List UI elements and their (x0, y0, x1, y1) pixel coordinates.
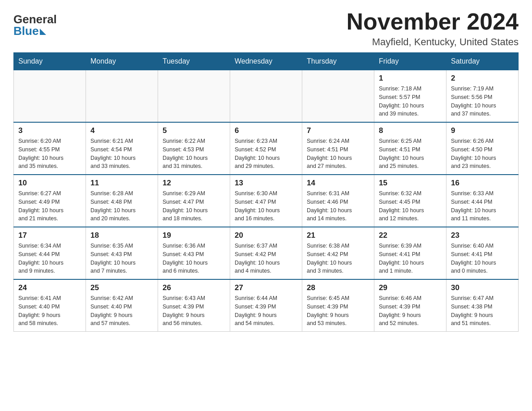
calendar-cell: 15Sunrise: 6:32 AM Sunset: 4:45 PM Dayli… (374, 175, 446, 227)
day-info: Sunrise: 6:40 AM Sunset: 4:41 PM Dayligh… (451, 242, 514, 275)
calendar-cell: 27Sunrise: 6:44 AM Sunset: 4:39 PM Dayli… (230, 279, 302, 332)
title-section: November 2024 Mayfield, Kentucky, United… (347, 9, 519, 48)
calendar-day-header: Sunday (14, 53, 86, 70)
day-number: 5 (163, 126, 225, 135)
calendar-day-header: Monday (86, 53, 158, 70)
day-number: 20 (235, 231, 297, 240)
day-number: 29 (379, 283, 442, 292)
day-info: Sunrise: 6:29 AM Sunset: 4:47 PM Dayligh… (163, 189, 225, 223)
calendar-cell: 22Sunrise: 6:39 AM Sunset: 4:41 PM Dayli… (374, 227, 446, 279)
calendar-cell: 12Sunrise: 6:29 AM Sunset: 4:47 PM Dayli… (158, 175, 230, 227)
day-info: Sunrise: 6:25 AM Sunset: 4:51 PM Dayligh… (379, 137, 442, 171)
day-info: Sunrise: 6:33 AM Sunset: 4:44 PM Dayligh… (451, 189, 514, 223)
day-number: 6 (235, 126, 297, 135)
day-number: 8 (379, 126, 442, 135)
day-number: 4 (90, 126, 153, 135)
day-number: 21 (307, 231, 369, 240)
day-info: Sunrise: 6:26 AM Sunset: 4:50 PM Dayligh… (451, 137, 514, 171)
logo: General Blue (13, 9, 57, 37)
calendar-day-header: Friday (374, 53, 446, 70)
calendar-cell: 30Sunrise: 6:47 AM Sunset: 4:38 PM Dayli… (446, 279, 519, 332)
day-number: 12 (163, 179, 225, 188)
day-number: 16 (451, 179, 514, 188)
calendar-week-row: 24Sunrise: 6:41 AM Sunset: 4:40 PM Dayli… (14, 279, 519, 332)
day-info: Sunrise: 7:18 AM Sunset: 5:57 PM Dayligh… (379, 85, 442, 118)
calendar-cell: 2Sunrise: 7:19 AM Sunset: 5:56 PM Daylig… (446, 70, 519, 123)
calendar-cell: 24Sunrise: 6:41 AM Sunset: 4:40 PM Dayli… (14, 279, 86, 332)
calendar-day-header: Wednesday (230, 53, 302, 70)
day-info: Sunrise: 6:35 AM Sunset: 4:43 PM Dayligh… (90, 242, 153, 275)
day-info: Sunrise: 6:36 AM Sunset: 4:43 PM Dayligh… (163, 242, 225, 275)
calendar-cell: 21Sunrise: 6:38 AM Sunset: 4:42 PM Dayli… (302, 227, 374, 279)
day-info: Sunrise: 7:19 AM Sunset: 5:56 PM Dayligh… (451, 85, 514, 118)
day-info: Sunrise: 6:38 AM Sunset: 4:42 PM Dayligh… (307, 242, 369, 275)
day-number: 2 (451, 74, 514, 83)
calendar-cell: 18Sunrise: 6:35 AM Sunset: 4:43 PM Dayli… (86, 227, 158, 279)
day-info: Sunrise: 6:41 AM Sunset: 4:40 PM Dayligh… (18, 294, 81, 328)
day-number: 30 (451, 283, 514, 292)
day-info: Sunrise: 6:20 AM Sunset: 4:55 PM Dayligh… (18, 137, 81, 171)
calendar-week-row: 10Sunrise: 6:27 AM Sunset: 4:49 PM Dayli… (14, 175, 519, 227)
calendar-cell: 4Sunrise: 6:21 AM Sunset: 4:54 PM Daylig… (86, 122, 158, 175)
calendar-header-row: SundayMondayTuesdayWednesdayThursdayFrid… (14, 53, 519, 70)
logo-blue-text: Blue (13, 25, 39, 37)
calendar-cell: 11Sunrise: 6:28 AM Sunset: 4:48 PM Dayli… (86, 175, 158, 227)
day-number: 22 (379, 231, 442, 240)
day-info: Sunrise: 6:43 AM Sunset: 4:39 PM Dayligh… (163, 294, 225, 328)
day-info: Sunrise: 6:30 AM Sunset: 4:47 PM Dayligh… (235, 189, 297, 223)
logo-general-text: General (13, 13, 57, 25)
day-info: Sunrise: 6:39 AM Sunset: 4:41 PM Dayligh… (379, 242, 442, 275)
calendar-cell (302, 70, 374, 123)
day-info: Sunrise: 6:21 AM Sunset: 4:54 PM Dayligh… (90, 137, 153, 171)
page-header: General Blue November 2024 Mayfield, Ken… (13, 9, 519, 48)
day-info: Sunrise: 6:28 AM Sunset: 4:48 PM Dayligh… (90, 189, 153, 223)
day-info: Sunrise: 6:22 AM Sunset: 4:53 PM Dayligh… (163, 137, 225, 171)
calendar-week-row: 17Sunrise: 6:34 AM Sunset: 4:44 PM Dayli… (14, 227, 519, 279)
calendar-cell: 9Sunrise: 6:26 AM Sunset: 4:50 PM Daylig… (446, 122, 519, 175)
day-info: Sunrise: 6:31 AM Sunset: 4:46 PM Dayligh… (307, 189, 369, 223)
day-number: 26 (163, 283, 225, 292)
day-number: 23 (451, 231, 514, 240)
logo-triangle-icon (40, 29, 46, 35)
calendar-cell: 8Sunrise: 6:25 AM Sunset: 4:51 PM Daylig… (374, 122, 446, 175)
day-info: Sunrise: 6:37 AM Sunset: 4:42 PM Dayligh… (235, 242, 297, 275)
day-number: 9 (451, 126, 514, 135)
day-info: Sunrise: 6:42 AM Sunset: 4:40 PM Dayligh… (90, 294, 153, 328)
location-text: Mayfield, Kentucky, United States (347, 36, 519, 48)
day-number: 7 (307, 126, 369, 135)
calendar-cell: 17Sunrise: 6:34 AM Sunset: 4:44 PM Dayli… (14, 227, 86, 279)
day-number: 3 (18, 126, 81, 135)
day-info: Sunrise: 6:24 AM Sunset: 4:51 PM Dayligh… (307, 137, 369, 171)
calendar-cell: 1Sunrise: 7:18 AM Sunset: 5:57 PM Daylig… (374, 70, 446, 123)
calendar-cell: 3Sunrise: 6:20 AM Sunset: 4:55 PM Daylig… (14, 122, 86, 175)
day-number: 17 (18, 231, 81, 240)
day-number: 24 (18, 283, 81, 292)
day-info: Sunrise: 6:45 AM Sunset: 4:39 PM Dayligh… (307, 294, 369, 328)
calendar-cell (14, 70, 86, 123)
calendar-table: SundayMondayTuesdayWednesdayThursdayFrid… (13, 52, 519, 332)
calendar-cell (230, 70, 302, 123)
calendar-week-row: 1Sunrise: 7:18 AM Sunset: 5:57 PM Daylig… (14, 70, 519, 123)
day-info: Sunrise: 6:32 AM Sunset: 4:45 PM Dayligh… (379, 189, 442, 223)
logo-blue-row: Blue (13, 25, 46, 37)
day-number: 25 (90, 283, 153, 292)
calendar-week-row: 3Sunrise: 6:20 AM Sunset: 4:55 PM Daylig… (14, 122, 519, 175)
calendar-cell: 26Sunrise: 6:43 AM Sunset: 4:39 PM Dayli… (158, 279, 230, 332)
calendar-cell: 5Sunrise: 6:22 AM Sunset: 4:53 PM Daylig… (158, 122, 230, 175)
day-number: 18 (90, 231, 153, 240)
calendar-cell: 28Sunrise: 6:45 AM Sunset: 4:39 PM Dayli… (302, 279, 374, 332)
day-info: Sunrise: 6:47 AM Sunset: 4:38 PM Dayligh… (451, 294, 514, 328)
calendar-cell: 20Sunrise: 6:37 AM Sunset: 4:42 PM Dayli… (230, 227, 302, 279)
calendar-cell: 14Sunrise: 6:31 AM Sunset: 4:46 PM Dayli… (302, 175, 374, 227)
day-number: 19 (163, 231, 225, 240)
calendar-cell (86, 70, 158, 123)
calendar-cell: 16Sunrise: 6:33 AM Sunset: 4:44 PM Dayli… (446, 175, 519, 227)
day-number: 15 (379, 179, 442, 188)
day-info: Sunrise: 6:46 AM Sunset: 4:39 PM Dayligh… (379, 294, 442, 328)
day-number: 13 (235, 179, 297, 188)
calendar-cell: 10Sunrise: 6:27 AM Sunset: 4:49 PM Dayli… (14, 175, 86, 227)
calendar-day-header: Saturday (446, 53, 519, 70)
day-info: Sunrise: 6:44 AM Sunset: 4:39 PM Dayligh… (235, 294, 297, 328)
calendar-day-header: Thursday (302, 53, 374, 70)
day-number: 14 (307, 179, 369, 188)
